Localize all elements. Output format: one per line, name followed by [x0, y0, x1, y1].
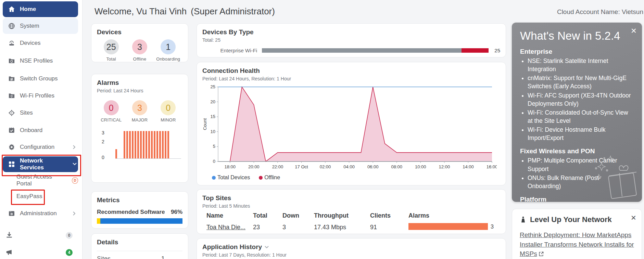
svg-text:18:00: 18:00	[225, 164, 236, 169]
details-card-title: Details	[97, 238, 182, 246]
sidebar-item-label: NSE Profiles	[20, 57, 53, 64]
close-icon[interactable]: ×	[631, 26, 636, 36]
connection-health-card: Connection Health Period: Last 24 Hours,…	[197, 62, 506, 185]
connection-health-legend: Total Devices Offline	[212, 174, 500, 181]
svg-text:02:00: 02:00	[320, 164, 331, 169]
sidebar-item-label: Sites	[20, 109, 33, 116]
devices-by-type-bar-row: Enterprise Wi-Fi 25	[202, 48, 500, 53]
whats-new-panel: × What's New in 5.2.4 Enterprise NSE: St…	[512, 23, 642, 202]
sidebar-item-label: Wi-Fi Profiles	[20, 92, 54, 99]
access-point-icon	[8, 40, 15, 47]
details-row-sites: Sites 1	[97, 251, 182, 259]
devices-total-stat: 25 Total	[99, 39, 123, 62]
sidebar-item-label: Guest Access Portal	[16, 173, 65, 187]
svg-text:10: 10	[211, 129, 215, 134]
sidebar: Home System Devices NSE Profiles Switch …	[0, 0, 83, 259]
sidebar-item-sites[interactable]: Sites	[3, 105, 78, 121]
sidebar-item-switch-groups[interactable]: Switch Groups	[3, 71, 78, 87]
devices-card: Devices 25 Total 3 Offline 1 Onboarding	[91, 23, 188, 62]
site-alarms-count: 3	[491, 224, 494, 230]
whats-new-item: NSE: Starlink Satellite Internet Integra…	[528, 57, 634, 73]
home-icon	[8, 6, 15, 13]
site-name-link[interactable]: Toa Nha Die...	[206, 224, 245, 231]
sidebar-item-network-services[interactable]: Network Services	[3, 156, 78, 172]
folder-switch-icon	[8, 75, 15, 82]
svg-text:08:00: 08:00	[391, 164, 402, 169]
download-count-badge: 0	[66, 232, 73, 239]
whats-new-item: Wi-Fi: Consolidated Out-of-Sync View at …	[528, 108, 634, 125]
sidebar-item-administration[interactable]: Administration	[3, 206, 78, 221]
svg-text:06:00: 06:00	[367, 164, 379, 169]
metric-value: 96%	[171, 209, 182, 216]
alarms-major-value: 3	[132, 100, 147, 115]
devices-by-type-card: Devices By Type Total: 25 Enterprise Wi-…	[197, 23, 506, 57]
globe-icon	[8, 23, 15, 29]
sidebar-item-label: Onboard	[20, 127, 42, 134]
chevron-down-icon[interactable]	[265, 246, 269, 248]
alarms-minor-value: 0	[161, 100, 176, 115]
svg-text:0: 0	[213, 159, 215, 164]
sidebar-item-easypass[interactable]: EasyPass	[3, 189, 78, 204]
level-up-link[interactable]: Rethink Deployment: How MarketApps Insta…	[520, 230, 634, 259]
svg-text:17 Oct: 17 Oct	[295, 164, 308, 169]
connection-health-period: Period: Last 24 Hours, Resolution: 1 Hou…	[202, 76, 500, 81]
whats-new-list: NSE: Starlink Satellite Internet Integra…	[520, 57, 634, 142]
devices-offline-stat: 3 Offline	[128, 39, 152, 62]
svg-text:15: 15	[211, 114, 215, 119]
total-devices-legend-dot	[212, 176, 216, 180]
sidebar-item-system[interactable]: System	[3, 18, 78, 34]
level-up-icon	[520, 216, 527, 223]
whats-new-item: cnMatrix: Support for New Multi-GigE Swi…	[528, 74, 634, 90]
download-icon[interactable]	[5, 231, 13, 239]
sidebar-item-wifi-profiles[interactable]: Wi-Fi Profiles	[3, 88, 78, 104]
blocks-icon	[8, 161, 15, 168]
top-sites-title: Top Sites	[202, 194, 500, 202]
alarms-card-title: Alarms	[97, 79, 182, 87]
devices-onboarding-value: 1	[161, 39, 176, 54]
sidebar-item-label: Administration	[20, 210, 57, 217]
chevron-right-icon	[73, 145, 77, 149]
whats-new-item: Wi-Fi: AFC Support (XE3-4TN Outdoor Depl…	[528, 91, 634, 108]
top-sites-period: Period: Last 5 Minutes	[202, 203, 500, 209]
details-card: Details Sites 1	[91, 233, 188, 259]
calendar-check-icon	[8, 127, 15, 134]
offline-legend-dot	[259, 176, 263, 180]
sidebar-item-home[interactable]: Home	[3, 1, 78, 17]
devices-onboarding-stat: 1 Onboarding	[156, 39, 180, 62]
sidebar-item-guest-access-portal[interactable]: Guest Access Portal D	[3, 172, 78, 188]
sidebar-item-nse-profiles[interactable]: NSE Profiles	[3, 53, 78, 69]
top-sites-card: Top Sites Period: Last 5 Minutes Name To…	[197, 189, 506, 234]
metrics-card-title: Metrics	[97, 196, 182, 204]
svg-text:12:00: 12:00	[439, 164, 450, 169]
svg-text:22:00: 22:00	[272, 164, 283, 169]
svg-text:Count: Count	[202, 118, 207, 130]
enterprise-wifi-count: 25	[489, 48, 500, 53]
application-history-title: Application History	[202, 243, 262, 251]
svg-text:25: 25	[211, 84, 215, 89]
metric-label: Recommended Software	[97, 209, 165, 216]
gift-illustration	[589, 153, 640, 201]
folder-wifi-icon	[8, 92, 15, 99]
svg-text:20:00: 20:00	[248, 164, 260, 169]
alarms-period: Period: Last 24 Hours	[97, 88, 182, 93]
site-alarms-bar	[408, 223, 488, 230]
alarms-critical-value: 0	[104, 100, 119, 115]
page-title: Welcome, Vu Thai Vinh(Super Administrato…	[94, 6, 275, 17]
svg-text:10:00: 10:00	[415, 164, 426, 169]
sidebar-item-label: Configuration	[20, 144, 54, 151]
sidebar-item-label: Network Services	[20, 157, 68, 171]
close-icon[interactable]: ×	[631, 213, 636, 222]
sidebar-item-devices[interactable]: Devices	[3, 35, 78, 51]
sidebar-item-configuration[interactable]: Configuration	[3, 139, 78, 155]
sidebar-item-label: Home	[20, 6, 36, 13]
external-link-icon	[539, 251, 544, 257]
alarms-critical-stat: 0 CRITICAL	[99, 100, 123, 122]
application-history-period: Period: Last 7 Days, Resolution: 1 Hour	[202, 252, 500, 258]
alarms-minor-stat: 0 MINOR	[156, 100, 180, 122]
alarms-history-chart: 3 2 0	[97, 131, 182, 160]
admin-window-icon	[8, 210, 15, 217]
sidebar-item-onboard[interactable]: Onboard	[3, 122, 78, 138]
crosshair-icon	[8, 109, 15, 116]
bar-segment-connected	[262, 48, 462, 53]
megaphone-icon[interactable]	[5, 248, 13, 256]
